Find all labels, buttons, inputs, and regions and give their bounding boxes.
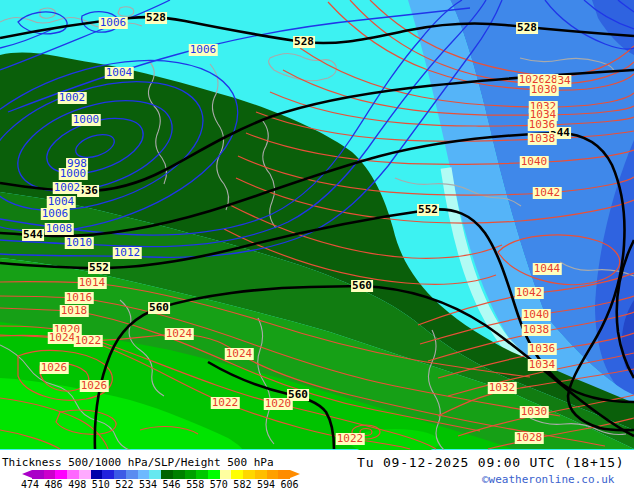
slp-label-high: 1038 <box>522 324 551 336</box>
colorbar-tick: 510 <box>92 479 110 490</box>
slp-label-low: 1006 <box>99 17 128 29</box>
slp-label-low: 1002 <box>58 92 87 104</box>
slp-label-high: 1038 <box>528 133 557 145</box>
slp-label-high: 1024 <box>165 328 194 340</box>
height-label: 552 <box>417 204 439 216</box>
valid-datetime: Tu 09-12-2025 09:00 UTC (18+15) <box>357 455 624 470</box>
slp-label-high: 1022 <box>336 433 365 445</box>
colorbar-segment <box>196 470 208 479</box>
weather-chart: 5285285285365445445525525605605601006100… <box>0 0 634 490</box>
colorbar-tick: 522 <box>115 479 133 490</box>
slp-label-high: 1036 <box>528 119 557 131</box>
colorbar-left-arrow <box>22 470 32 478</box>
slp-label-low: 1008 <box>45 223 74 235</box>
slp-label-high: 1018 <box>60 305 89 317</box>
slp-label-high: 1040 <box>522 309 551 321</box>
slp-label-high: 1028 <box>515 432 544 444</box>
slp-label-high: 1022 <box>211 397 240 409</box>
colorbar-segments <box>32 470 290 479</box>
chart-title: Thickness 500/1000 hPa/SLP/Height 500 hP… <box>2 456 274 469</box>
slp-label-low: 1002 <box>53 182 82 194</box>
slp-label-low: 1000 <box>72 114 101 126</box>
colorbar-right-arrow <box>290 470 300 478</box>
colorbar-segment <box>102 470 114 479</box>
height-label: 528 <box>145 12 167 24</box>
slp-label-low: 1012 <box>113 247 142 259</box>
colorbar-tick: 606 <box>281 479 299 490</box>
colorbar-segment <box>243 470 255 479</box>
slp-label-high: 1026 <box>40 362 69 374</box>
height-label: 528 <box>516 22 538 34</box>
slp-label-high: 1014 <box>78 277 107 289</box>
colorbar-segment <box>138 470 150 479</box>
colorbar-tick: 558 <box>186 479 204 490</box>
slp-label-high: 1030 <box>530 84 559 96</box>
colorbar-segment <box>149 470 161 479</box>
colorbar-segment <box>67 470 79 479</box>
colorbar-segment <box>91 470 103 479</box>
slp-label-low: 1006 <box>189 44 218 56</box>
slp-label-high: 1034 <box>528 359 557 371</box>
copyright-link[interactable]: ©weatheronline.co.uk <box>482 473 614 486</box>
colorbar-tick: 486 <box>45 479 63 490</box>
slp-label-high: 1030 <box>520 406 549 418</box>
thickness-colorbar <box>22 470 300 479</box>
colorbar-tick: 498 <box>68 479 86 490</box>
slp-label-high: 1042 <box>515 287 544 299</box>
colorbar-segment <box>114 470 126 479</box>
height-label: 560 <box>351 280 373 292</box>
colorbar-segment <box>220 470 232 479</box>
colorbar-segment <box>126 470 138 479</box>
colorbar-segment <box>278 470 290 479</box>
isobar-labels-layer: 5285285285365445445525525605605601006100… <box>0 0 634 450</box>
colorbar-segment <box>161 470 173 479</box>
colorbar-tick: 594 <box>257 479 275 490</box>
colorbar-tick-labels: 474486498510522534546558570582594606 <box>0 479 320 490</box>
colorbar-segment <box>255 470 267 479</box>
slp-label-low: 1000 <box>59 168 88 180</box>
slp-label-high: 1024 <box>225 348 254 360</box>
colorbar-segment <box>32 470 44 479</box>
slp-label-high: 1024 <box>48 332 77 344</box>
colorbar-segment <box>79 470 91 479</box>
slp-label-low: 1010 <box>65 237 94 249</box>
colorbar-segment <box>267 470 279 479</box>
height-label: 528 <box>293 36 315 48</box>
colorbar-tick: 534 <box>139 479 157 490</box>
colorbar-segment <box>185 470 197 479</box>
slp-label-low: 1006 <box>41 208 70 220</box>
height-label: 544 <box>22 229 44 241</box>
slp-label-high: 1022 <box>74 335 103 347</box>
slp-label-high: 1026 <box>80 380 109 392</box>
height-label: 552 <box>88 262 110 274</box>
slp-label-high: 1020 <box>264 398 293 410</box>
slp-label-high: 34 <box>556 75 571 87</box>
colorbar-tick: 570 <box>210 479 228 490</box>
colorbar-segment <box>208 470 220 479</box>
footer: Thickness 500/1000 hPa/SLP/Height 500 hP… <box>0 450 634 490</box>
slp-label-high: 1036 <box>528 343 557 355</box>
slp-label-high: 1042 <box>533 187 562 199</box>
colorbar-tick: 546 <box>163 479 181 490</box>
colorbar-segment <box>55 470 67 479</box>
colorbar-tick: 474 <box>21 479 39 490</box>
height-label: 560 <box>148 302 170 314</box>
map-canvas: 5285285285365445445525525605605601006100… <box>0 0 634 450</box>
slp-label-high: 1044 <box>533 263 562 275</box>
colorbar-segment <box>173 470 185 479</box>
slp-label-high: 1040 <box>520 156 549 168</box>
colorbar-tick: 582 <box>233 479 251 490</box>
colorbar-segment <box>231 470 243 479</box>
slp-label-high: 1032 <box>488 382 517 394</box>
slp-label-low: 1004 <box>105 67 134 79</box>
slp-label-high: 1016 <box>65 292 94 304</box>
colorbar-segment <box>44 470 56 479</box>
